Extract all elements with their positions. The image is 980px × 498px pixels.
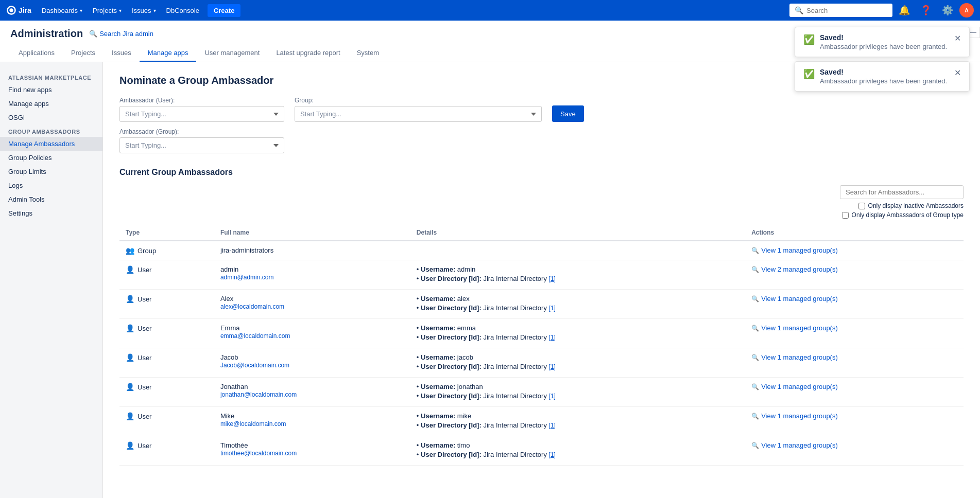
tab-projects[interactable]: Projects	[63, 45, 104, 62]
toast-2-success-icon: ✅	[803, 68, 815, 80]
tab-issues[interactable]: Issues	[104, 45, 140, 62]
detail-line: • User Directory [Id]: Jira Internal Dir…	[417, 363, 739, 370]
fullname-text: jira-administrators	[220, 246, 404, 254]
cell-type-4: 👤User	[119, 348, 214, 378]
view-managed-groups-link[interactable]: 🔍 View 1 managed group(s)	[751, 441, 957, 449]
cell-details-2: • Username: alex • User Directory [Id]: …	[410, 290, 745, 319]
toast-1-close-button[interactable]: ✕	[954, 33, 961, 43]
table-row: 👤UserEmmaemma@localdomain.com• Username:…	[119, 319, 964, 348]
projects-menu[interactable]: Projects ▾	[89, 5, 126, 16]
cell-fullname-0: jira-administrators	[214, 241, 410, 260]
filter-inactive-checkbox[interactable]	[858, 203, 865, 209]
user-icon: 👤	[126, 295, 134, 303]
sidebar-item-manage-ambassadors[interactable]: Manage Ambassadors	[0, 137, 102, 151]
view-managed-groups-link[interactable]: 🔍 View 1 managed group(s)	[751, 295, 957, 303]
search-input[interactable]	[806, 7, 884, 14]
view-managed-groups-link[interactable]: 🔍 View 1 managed group(s)	[751, 383, 957, 390]
table-row: 👤UserTimothéetimothee@localdomain.com• U…	[119, 436, 964, 466]
tab-system[interactable]: System	[349, 45, 387, 62]
directory-id-link[interactable]: [1]	[549, 334, 556, 341]
view-managed-groups-link[interactable]: 🔍 View 1 managed group(s)	[751, 324, 957, 332]
current-ambassadors-title: Current Group Ambassadors	[119, 168, 964, 177]
detail-line: • Username: mike	[417, 412, 739, 420]
filter-group-type-checkbox[interactable]	[842, 212, 849, 219]
detail-line: • Username: jonathan	[417, 383, 739, 390]
user-icon: 👤	[126, 441, 134, 450]
directory-id-link[interactable]: [1]	[549, 305, 556, 312]
save-button[interactable]: Save	[552, 105, 584, 122]
filter-group-type-label[interactable]: Only display Ambassadors of Group type	[842, 211, 964, 219]
user-avatar[interactable]: A	[959, 3, 974, 17]
email-link[interactable]: admin@admin.com	[220, 274, 274, 281]
directory-id-link[interactable]: [1]	[549, 363, 556, 370]
detail-line: • User Directory [Id]: Jira Internal Dir…	[417, 392, 739, 400]
sidebar-item-logs[interactable]: Logs	[0, 179, 102, 192]
dbconsole-menu[interactable]: DbConsole	[162, 5, 203, 16]
sidebar-item-settings[interactable]: Settings	[0, 206, 102, 220]
issues-menu[interactable]: Issues ▾	[128, 5, 160, 16]
tab-latest-upgrade-report[interactable]: Latest upgrade report	[268, 45, 348, 62]
search-admin-link[interactable]: 🔍 Search Jira admin	[89, 30, 153, 38]
cell-fullname-4: JacobJacob@localdomain.com	[214, 348, 410, 378]
email-link[interactable]: mike@localdomain.com	[220, 420, 286, 428]
ambassador-group-group: Ambassador (Group): Start Typing...	[119, 128, 284, 153]
ambassador-user-select[interactable]: Start Typing...	[119, 106, 284, 122]
tab-user-management[interactable]: User management	[196, 45, 268, 62]
view-managed-groups-link[interactable]: 🔍 View 1 managed group(s)	[751, 353, 957, 361]
sidebar-item-osgi[interactable]: OSGi	[0, 111, 102, 124]
tab-manage-apps[interactable]: Manage apps	[140, 45, 197, 62]
type-label: User	[137, 383, 151, 391]
toast-1-message: Ambassador privileges have been granted.	[820, 43, 949, 50]
global-search-box[interactable]: 🔍	[789, 4, 892, 17]
directory-id-link[interactable]: [1]	[549, 275, 556, 282]
email-link[interactable]: alex@localdomain.com	[220, 303, 284, 310]
sidebar-item-group-limits[interactable]: Group Limits	[0, 165, 102, 179]
email-link[interactable]: timothee@localdomain.com	[220, 450, 297, 457]
jira-logo[interactable]: Jira	[6, 5, 31, 15]
cell-fullname-1: adminadmin@admin.com	[214, 260, 410, 290]
directory-id-link[interactable]: [1]	[549, 422, 556, 429]
ambassador-group-select[interactable]: Start Typing...	[119, 137, 284, 153]
view-managed-groups-link[interactable]: 🔍 View 2 managed group(s)	[751, 265, 957, 273]
cell-fullname-5: Jonathanjonathan@localdomain.com	[214, 378, 410, 407]
detail-line: • User Directory [Id]: Jira Internal Dir…	[417, 275, 739, 282]
ambassadors-search-input[interactable]	[840, 185, 964, 199]
view-managed-groups-link[interactable]: 🔍 View 1 managed group(s)	[751, 412, 957, 420]
toast-1-title: Saved!	[820, 33, 949, 42]
email-link[interactable]: jonathan@localdomain.com	[220, 391, 297, 398]
detail-line: • Username: timo	[417, 441, 739, 449]
email-link[interactable]: emma@localdomain.com	[220, 332, 290, 340]
group-select[interactable]: Start Typing...	[295, 106, 542, 122]
create-button[interactable]: Create	[208, 4, 240, 17]
detail-line: • User Directory [Id]: Jira Internal Dir…	[417, 304, 739, 312]
user-icon: 👤	[126, 353, 134, 362]
settings-icon[interactable]: ⚙️	[938, 3, 957, 18]
col-details: Details	[410, 225, 745, 241]
email-link[interactable]: Jacob@localdomain.com	[220, 362, 289, 369]
table-controls: Only display inactive Ambassadors Only d…	[119, 185, 964, 219]
sidebar-item-admin-tools[interactable]: Admin Tools	[0, 192, 102, 206]
directory-id-link[interactable]: [1]	[549, 393, 556, 400]
notifications-icon[interactable]: 🔔	[895, 3, 914, 18]
cell-actions-6: 🔍 View 1 managed group(s)	[745, 407, 964, 436]
directory-id-link[interactable]: [1]	[549, 451, 556, 458]
sidebar-item-manage-apps[interactable]: Manage apps	[0, 97, 102, 111]
user-icon: 👤	[126, 265, 134, 274]
cell-fullname-3: Emmaemma@localdomain.com	[214, 319, 410, 348]
filter-inactive-label[interactable]: Only display inactive Ambassadors	[858, 202, 964, 209]
table-row: 👤Useradminadmin@admin.com• Username: adm…	[119, 260, 964, 290]
cell-details-5: • Username: jonathan • User Directory [I…	[410, 378, 745, 407]
dashboards-menu[interactable]: Dashboards ▾	[38, 5, 87, 16]
detail-line: • User Directory [Id]: Jira Internal Dir…	[417, 421, 739, 429]
help-icon[interactable]: ❓	[916, 3, 936, 18]
top-navigation: Jira Dashboards ▾ Projects ▾ Issues ▾ Db…	[0, 0, 980, 21]
cell-type-3: 👤User	[119, 319, 214, 348]
toast-2-close-button[interactable]: ✕	[954, 68, 961, 78]
projects-chevron-icon: ▾	[119, 8, 122, 13]
view-managed-groups-link[interactable]: 🔍 View 1 managed group(s)	[751, 246, 957, 254]
sidebar-item-find-new-apps[interactable]: Find new apps	[0, 83, 102, 97]
sidebar-item-group-policies[interactable]: Group Policies	[0, 151, 102, 165]
fullname-text: Jonathan	[220, 383, 404, 390]
tab-applications[interactable]: Applications	[10, 45, 63, 62]
toast-2: ✅ Saved! Ambassador privileges have been…	[795, 61, 970, 92]
